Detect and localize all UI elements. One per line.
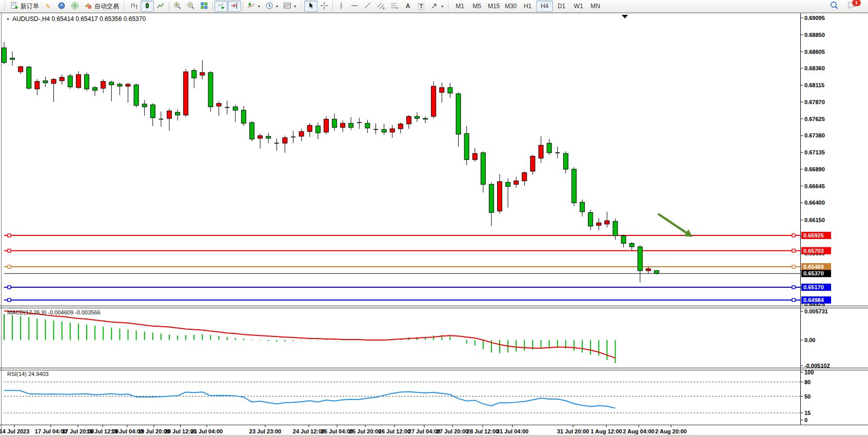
svg-text:0.65370: 0.65370 bbox=[803, 270, 824, 276]
svg-text:0.66150: 0.66150 bbox=[804, 217, 825, 223]
horizontal-line-icon bbox=[350, 2, 359, 11]
svg-text:0.67625: 0.67625 bbox=[804, 116, 825, 122]
tab-timeframe-w1[interactable]: W1 bbox=[570, 1, 587, 12]
svg-text:31 Jul 20:00: 31 Jul 20:00 bbox=[557, 428, 589, 434]
search-button[interactable] bbox=[827, 1, 841, 12]
svg-text:26 Jul 12:00: 26 Jul 12:00 bbox=[379, 428, 410, 434]
zoom-out-icon bbox=[187, 2, 195, 11]
svg-text:28 Jul 12:00: 28 Jul 12:00 bbox=[467, 428, 499, 434]
chevron-down-icon: ▾ bbox=[294, 4, 296, 9]
svg-text:0.005731: 0.005731 bbox=[804, 308, 828, 314]
chart-title-bar: ▼ AUDUSD-,H4 0.65414 0.65417 0.65356 0.6… bbox=[6, 15, 146, 23]
chevron-down-icon: ▾ bbox=[258, 4, 260, 9]
tab-timeframe-d1[interactable]: D1 bbox=[553, 1, 570, 12]
svg-text:27 Jul 20:00: 27 Jul 20:00 bbox=[437, 428, 468, 434]
svg-text:31 Jul 04:00: 31 Jul 04:00 bbox=[497, 428, 528, 434]
tab-timeframe-h1[interactable]: H1 bbox=[519, 1, 536, 12]
svg-text:0.65703: 0.65703 bbox=[803, 248, 824, 254]
arrows-button[interactable]: ▾ bbox=[428, 1, 446, 12]
svg-text:2 Aug 04:00: 2 Aug 04:00 bbox=[623, 428, 654, 434]
symbol-ohlc-title: AUDUSD-,H4 0.65414 0.65417 0.65356 0.653… bbox=[12, 15, 146, 23]
clock-icon bbox=[265, 2, 273, 11]
toolbar-separator bbox=[212, 2, 213, 11]
candlestick-icon bbox=[143, 2, 151, 11]
tab-timeframe-h4[interactable]: H4 bbox=[536, 1, 553, 12]
new-order-button[interactable]: 新订单 bbox=[8, 1, 42, 12]
templates-button[interactable]: ▾ bbox=[281, 1, 299, 12]
templates-icon bbox=[283, 2, 291, 11]
equidistant-channel-button[interactable]: E bbox=[374, 1, 388, 12]
toolbar-separator bbox=[169, 2, 169, 11]
zoom-out-button[interactable] bbox=[184, 1, 198, 12]
bar-chart-icon bbox=[130, 2, 138, 11]
fibonacci-button[interactable]: F bbox=[388, 1, 401, 12]
new-order-label: 新订单 bbox=[21, 2, 39, 11]
autoscroll-button[interactable] bbox=[214, 1, 228, 12]
mt4-window: 新订单 ✎ 自动交易 bbox=[0, 0, 868, 437]
text-button[interactable]: A bbox=[401, 1, 415, 12]
tab-timeframe-m5[interactable]: M5 bbox=[468, 1, 485, 12]
tile-windows-button[interactable] bbox=[198, 1, 211, 12]
svg-text:24 Jul 12:00: 24 Jul 12:00 bbox=[293, 428, 325, 434]
market-button[interactable] bbox=[55, 1, 68, 12]
text-icon: A bbox=[406, 3, 410, 10]
collapse-triangle-icon[interactable]: ▼ bbox=[6, 17, 10, 21]
svg-text:27 Jul 04:00: 27 Jul 04:00 bbox=[408, 428, 440, 434]
svg-text:2 Aug 20:00: 2 Aug 20:00 bbox=[655, 428, 686, 434]
svg-text:0.00: 0.00 bbox=[804, 337, 815, 343]
toolbar-grip bbox=[447, 2, 450, 11]
line-chart-icon bbox=[156, 2, 165, 11]
autotrading-label: 自动交易 bbox=[94, 2, 119, 11]
svg-text:15: 15 bbox=[804, 410, 811, 416]
trendline-icon bbox=[364, 2, 372, 11]
autotrading-button[interactable]: 自动交易 bbox=[82, 1, 122, 12]
svg-text:0.68850: 0.68850 bbox=[804, 32, 825, 38]
cursor-button[interactable] bbox=[304, 1, 318, 12]
toolbar-separator bbox=[243, 2, 243, 11]
svg-text:0.67380: 0.67380 bbox=[804, 132, 825, 138]
tab-timeframe-m15[interactable]: M15 bbox=[485, 1, 502, 12]
toolbar-grip bbox=[123, 2, 126, 11]
metaeditor-button[interactable]: ✎ bbox=[42, 1, 55, 12]
svg-text:1 Aug 12:00: 1 Aug 12:00 bbox=[590, 428, 622, 434]
svg-text:0.66400: 0.66400 bbox=[804, 200, 825, 206]
zoom-in-button[interactable] bbox=[171, 1, 184, 12]
svg-text:0.67135: 0.67135 bbox=[804, 149, 825, 155]
horizontal-line-button[interactable] bbox=[348, 1, 361, 12]
periods-button[interactable]: ▾ bbox=[263, 1, 281, 12]
toolbar-grip bbox=[300, 2, 303, 11]
indicators-icon bbox=[247, 2, 255, 11]
chart-shift-icon bbox=[230, 2, 239, 11]
svg-text:100: 100 bbox=[804, 369, 814, 375]
macd-indicator-label: MACD(12,26,9) -0.004609 -0.003566 bbox=[7, 309, 101, 315]
text-label-button[interactable]: T bbox=[415, 1, 428, 12]
notifications-button[interactable]: 1 bbox=[844, 1, 859, 12]
trendline-button[interactable] bbox=[361, 1, 374, 12]
crosshair-icon bbox=[320, 2, 328, 11]
svg-text:14 Jul 2023: 14 Jul 2023 bbox=[0, 428, 29, 434]
crosshair-button[interactable] bbox=[318, 1, 331, 12]
vertical-line-button[interactable] bbox=[334, 1, 348, 12]
zoom-in-icon bbox=[173, 2, 182, 11]
svg-text:0.68115: 0.68115 bbox=[804, 82, 824, 88]
svg-text:50: 50 bbox=[804, 393, 811, 400]
tab-timeframe-m30[interactable]: M30 bbox=[502, 1, 519, 12]
rsi-indicator-label: RSI(14) 24.9403 bbox=[7, 371, 49, 377]
chart-canvas[interactable]: 0.690950.688500.686050.683600.681150.678… bbox=[0, 13, 868, 437]
candlestick-button[interactable] bbox=[141, 1, 154, 12]
tab-timeframe-m1[interactable]: M1 bbox=[451, 1, 468, 12]
svg-text:0.68605: 0.68605 bbox=[804, 49, 825, 55]
chart-shift-button[interactable] bbox=[228, 1, 241, 12]
chevron-down-icon: ▾ bbox=[276, 4, 278, 9]
indicators-button[interactable]: ▾ bbox=[245, 1, 263, 12]
tab-timeframe-mn[interactable]: MN bbox=[587, 1, 604, 12]
svg-text:0.65925: 0.65925 bbox=[803, 232, 824, 239]
svg-text:23 Jul 23:00: 23 Jul 23:00 bbox=[249, 428, 281, 434]
signals-button[interactable] bbox=[68, 1, 82, 12]
autoscroll-icon bbox=[217, 2, 225, 11]
svg-text:25 Jul 20:00: 25 Jul 20:00 bbox=[349, 428, 381, 434]
svg-text:0.67870: 0.67870 bbox=[804, 99, 825, 105]
metaeditor-icon: ✎ bbox=[46, 3, 51, 10]
bar-chart-button[interactable] bbox=[127, 1, 141, 12]
line-chart-button[interactable] bbox=[154, 1, 167, 12]
